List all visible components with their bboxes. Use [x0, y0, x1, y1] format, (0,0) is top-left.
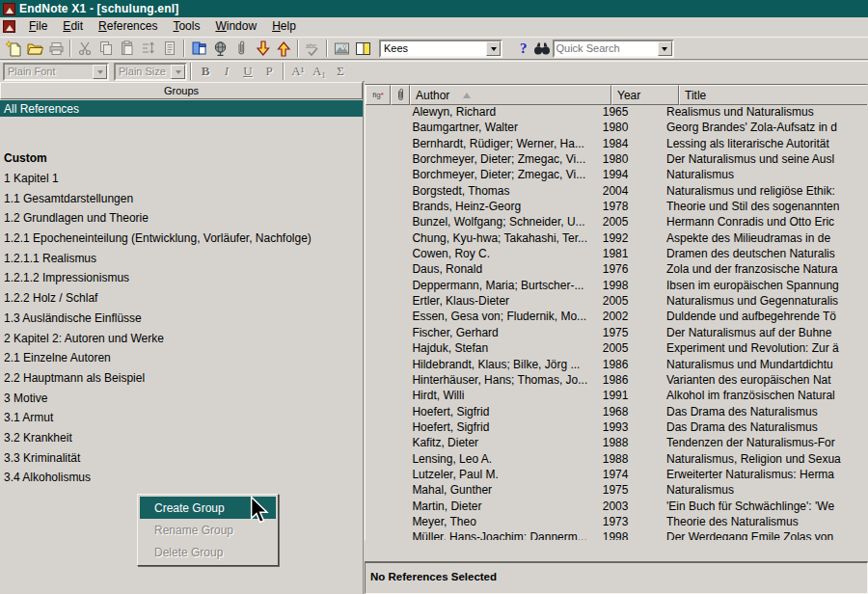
help-button[interactable]: ?: [516, 40, 531, 57]
reference-row[interactable]: Essen, Gesa von; Fludernik, Mo... 2002 D…: [366, 310, 868, 325]
reference-row[interactable]: Hajduk, Stefan 2005 Experiment und Revol…: [366, 341, 868, 357]
output-style-combo[interactable]: Kees: [379, 40, 502, 58]
export-button[interactable]: [273, 39, 294, 58]
reference-row[interactable]: Fischer, Gerhard 1975 Der Naturalismus a…: [366, 326, 868, 341]
combo-dropdown-button[interactable]: [486, 41, 501, 56]
column-header-figure[interactable]: fig*: [366, 85, 391, 105]
menu-item[interactable]: Help: [264, 17, 304, 36]
reference-row[interactable]: Brands, Heinz-Georg 1978 Theorie und Sti…: [366, 200, 868, 215]
paste-button[interactable]: [117, 39, 138, 58]
reference-row[interactable]: Deppermann, Maria; Burtscher-... 1998 Ib…: [366, 279, 868, 294]
group-item[interactable]: 1.2.2 Holz / Schlaf: [0, 288, 363, 309]
plain-button[interactable]: P: [258, 63, 280, 81]
reference-row[interactable]: Daus, Ronald 1976 Zola und der franzosis…: [366, 262, 868, 278]
symbol-button[interactable]: Σ: [330, 63, 351, 81]
menu-item[interactable]: Window: [207, 17, 264, 36]
menu-item[interactable]: Edit: [55, 17, 91, 36]
copy-formatted-button[interactable]: [159, 39, 180, 58]
size-combo[interactable]: Plain Size: [114, 63, 187, 81]
menu-item[interactable]: File: [21, 17, 55, 36]
reference-row[interactable]: Cowen, Roy C. 1981 Dramen des deutschen …: [366, 247, 868, 262]
reference-row[interactable]: Hildebrandt, Klaus; Bilke, Jörg ... 1986…: [366, 358, 868, 373]
group-item[interactable]: 2.1 Einzelne Autoren: [0, 348, 363, 368]
reference-row[interactable]: Lensing, Leo A. 1988 Naturalismus, Relig…: [366, 452, 868, 468]
reference-row[interactable]: Hoefert, Sigfrid 1993 Das Drama des Natu…: [366, 420, 868, 436]
column-header-author[interactable]: Author: [410, 85, 611, 105]
spell-check-button[interactable]: abc: [302, 39, 323, 58]
context-menu-item[interactable]: Delete Group: [140, 541, 276, 563]
reference-row[interactable]: Hirdt, Willi 1991 Alkohol im französisch…: [366, 389, 868, 404]
sort-button[interactable]: [138, 39, 159, 58]
superscript-button[interactable]: A¹: [287, 63, 309, 81]
group-item[interactable]: 1.2.1 Epocheneinteilung (Entwicklung, Vo…: [0, 229, 363, 249]
reference-title: Erweiterter Naturalismus: Herma: [662, 468, 868, 483]
group-all-references[interactable]: All References: [0, 100, 363, 117]
reference-row[interactable]: Bunzel, Wolfgang; Schneider, U... 2005 H…: [366, 215, 868, 230]
quick-search-combo[interactable]: [553, 40, 674, 58]
group-item[interactable]: 1.1 Gesamtdarstellungen: [0, 188, 363, 208]
underline-button[interactable]: U: [237, 63, 258, 81]
group-item[interactable]: 3 Motive: [0, 388, 363, 408]
print-button[interactable]: [45, 39, 67, 58]
reference-row[interactable]: Meyer, Theo 1973 Theorie des Naturalismu…: [366, 515, 868, 530]
change-layout-button[interactable]: [352, 39, 373, 58]
menu-item[interactable]: References: [91, 17, 165, 36]
import-button[interactable]: [252, 39, 273, 58]
open-folder-icon: [27, 40, 43, 57]
combo-dropdown-button[interactable]: [658, 41, 672, 56]
scissors-icon: [77, 40, 93, 56]
menu-item[interactable]: Tools: [165, 17, 207, 36]
reference-row[interactable]: Borgstedt, Thomas 2004 Naturalismus und …: [366, 184, 868, 200]
group-item[interactable]: 3.4 Alkoholismus: [0, 468, 363, 488]
group-item[interactable]: 1 Kapitel 1: [0, 169, 363, 189]
show-preview-button[interactable]: [188, 39, 209, 58]
title-bar[interactable]: EndNote X1 - [schulung.enl]: [0, 0, 868, 17]
attach-file-button[interactable]: [231, 39, 252, 58]
combo-dropdown-button[interactable]: [171, 65, 185, 79]
subscript-button[interactable]: A₁: [309, 63, 330, 81]
reference-row[interactable]: Hoefert, Sigfrid 1968 Das Drama des Natu…: [366, 405, 868, 420]
reference-row[interactable]: Alewyn, Richard 1965 Realismus und Natur…: [366, 105, 868, 121]
cut-button[interactable]: [74, 39, 95, 58]
quick-search-input[interactable]: [556, 41, 657, 56]
reference-row[interactable]: Hinterhäuser, Hans; Thomas, Jo... 1986 V…: [366, 373, 868, 389]
reference-row[interactable]: Ertler, Klaus-Dieter 2005 Naturalismus u…: [366, 294, 868, 310]
search-button[interactable]: [531, 39, 553, 58]
group-item[interactable]: 1.2.1.2 Impressionismus: [0, 268, 363, 288]
open-library-button[interactable]: [24, 39, 45, 58]
group-item[interactable]: 3.1 Armut: [0, 408, 363, 428]
group-item[interactable]: 3.2 Krankheit: [0, 428, 363, 448]
reference-row[interactable]: Mahal, Gunther 1975 Naturalismus: [366, 483, 868, 499]
reference-row[interactable]: Borchmeyer, Dieter; Zmegac, Vi... 1994 N…: [366, 168, 868, 183]
mouse-cursor: [250, 496, 270, 526]
reference-row[interactable]: Baumgartner, Walter 1980 Georg Brandes' …: [366, 121, 868, 136]
group-item[interactable]: 2.2 Hauptmann als Beispiel: [0, 368, 363, 389]
reference-row[interactable]: Kafitz, Dieter 1988 Tendenzen der Natura…: [366, 436, 868, 451]
new-reference-button[interactable]: [3, 39, 24, 58]
group-item[interactable]: 1.2.1.1 Realismus: [0, 248, 363, 268]
group-item[interactable]: 2 Kapitel 2: Autoren und Werke: [0, 328, 363, 348]
group-item[interactable]: 3.3 Kriminalität: [0, 447, 363, 468]
reference-row[interactable]: Chung, Kyu-hwa; Takahashi, Ter... 1992 A…: [366, 231, 868, 247]
group-item[interactable]: 1.2 Grundlagen und Theorie: [0, 208, 363, 229]
reference-list-header: fig* Author Year Title: [366, 85, 868, 105]
groups-panel-header[interactable]: Groups: [0, 82, 363, 99]
font-combo[interactable]: Plain Font: [3, 63, 109, 81]
online-search-button[interactable]: [209, 39, 231, 58]
reference-row[interactable]: Müller, Hans-Joachim; Dannerm... 1998 De…: [366, 530, 868, 541]
column-header-year[interactable]: Year: [611, 85, 679, 105]
combo-dropdown-button[interactable]: [93, 65, 107, 79]
column-header-title[interactable]: Title: [679, 85, 868, 105]
group-item[interactable]: Custom: [0, 148, 363, 169]
group-item[interactable]: 1.3 Ausländische Einflüsse: [0, 309, 363, 329]
italic-button[interactable]: I: [216, 63, 237, 81]
copy-button[interactable]: [95, 39, 117, 58]
reference-row[interactable]: Bernhardt, Rüdiger; Werner, Ha... 1984 L…: [366, 137, 868, 152]
reference-row[interactable]: Borchmeyer, Dieter; Zmegac, Vi... 1980 D…: [366, 152, 868, 168]
column-header-attachment[interactable]: [391, 85, 410, 105]
insert-image-button[interactable]: [331, 39, 352, 58]
reference-row[interactable]: Martin, Dieter 2003 'Ein Buch für Schwäc…: [366, 500, 868, 515]
reference-row[interactable]: Lutzeler, Paul M. 1974 Erweiterter Natur…: [366, 468, 868, 483]
bold-button[interactable]: B: [195, 63, 216, 81]
document-window-icon[interactable]: [3, 20, 15, 33]
